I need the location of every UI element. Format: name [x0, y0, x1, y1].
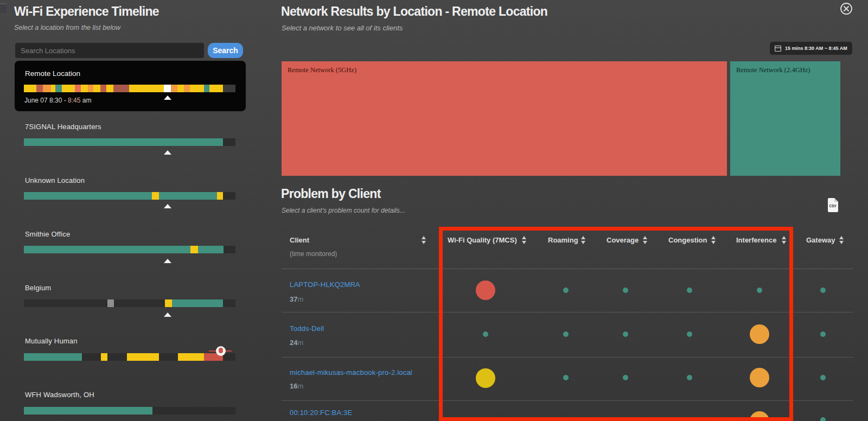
svg-text:CSV: CSV: [829, 204, 837, 208]
